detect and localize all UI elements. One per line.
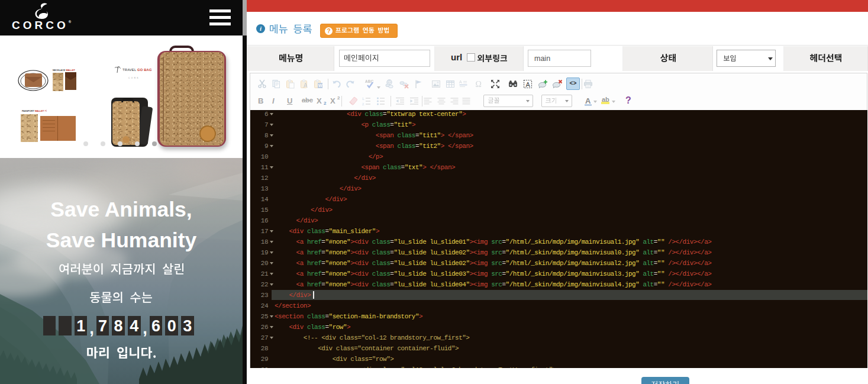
svg-text:A: A xyxy=(304,82,308,89)
svg-text:A: A xyxy=(526,81,531,88)
svg-text:2.: 2. xyxy=(362,102,365,106)
svg-text:1.: 1. xyxy=(362,97,365,101)
svg-text:W: W xyxy=(318,83,322,88)
svg-text:Ω: Ω xyxy=(476,80,482,89)
svg-text:A: A xyxy=(459,80,462,84)
